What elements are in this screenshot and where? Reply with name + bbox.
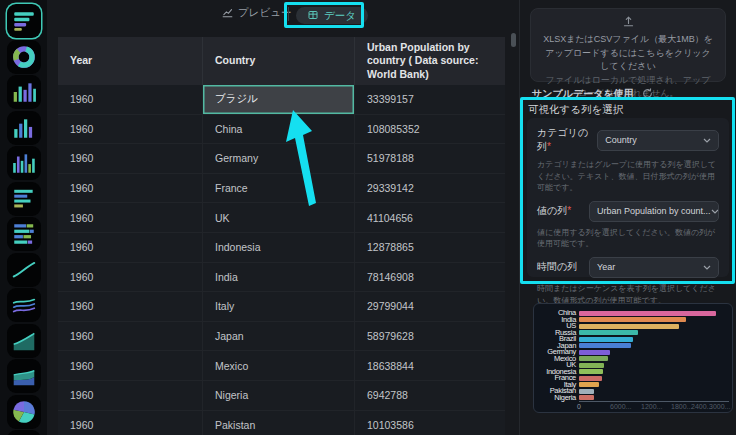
chevron-down-icon bbox=[703, 262, 711, 272]
vertical-scrollbar bbox=[511, 30, 516, 430]
table-cell[interactable]: 12878865 bbox=[355, 233, 505, 262]
table-cell[interactable]: India bbox=[203, 263, 355, 292]
sidebar-item-column-chart-3[interactable] bbox=[7, 146, 41, 180]
table-cell[interactable]: 1960 bbox=[58, 174, 203, 203]
table-cell[interactable]: 41104656 bbox=[355, 203, 505, 232]
sidebar-item-donut-chart[interactable] bbox=[7, 40, 41, 74]
table-cell[interactable]: 1960 bbox=[58, 263, 203, 292]
upload-dropzone[interactable]: XLSXまたはCSVファイル（最大1MB）をアップロードするにはこちらをクリック… bbox=[530, 8, 726, 82]
table-cell[interactable]: 51978188 bbox=[355, 144, 505, 173]
chart-bar bbox=[579, 343, 631, 348]
stacked-bar-chart-icon bbox=[11, 221, 37, 247]
table-cell[interactable]: 10103586 bbox=[355, 411, 505, 435]
stacked-area-chart-icon bbox=[11, 363, 37, 389]
table-cell[interactable]: 78146908 bbox=[355, 263, 505, 292]
table-cell[interactable]: 18638844 bbox=[355, 351, 505, 380]
refresh-icon[interactable] bbox=[642, 85, 653, 103]
sidebar-item-area-chart[interactable] bbox=[7, 324, 41, 358]
header-cell-year[interactable]: Year bbox=[58, 37, 203, 85]
data-table: Year Country Urban Population by country… bbox=[58, 37, 505, 435]
table-cell[interactable]: 1960 bbox=[58, 381, 203, 410]
table-header-row: Year Country Urban Population by country… bbox=[58, 37, 505, 85]
table-cell[interactable]: 1960 bbox=[58, 233, 203, 262]
sidebar-item-multi-line-chart[interactable] bbox=[7, 288, 41, 322]
column-chart-3-icon bbox=[11, 150, 37, 176]
table-cell[interactable]: 1960 bbox=[58, 144, 203, 173]
table-cell[interactable]: 29339142 bbox=[355, 174, 505, 203]
category-select[interactable]: Country bbox=[597, 130, 719, 151]
sidebar-item-column-chart[interactable] bbox=[7, 75, 41, 109]
table-cell[interactable]: 6942788 bbox=[355, 381, 505, 410]
chart-type-sidebar bbox=[0, 0, 47, 435]
tick-label: 3000... bbox=[709, 403, 730, 410]
sidebar-item-line-chart[interactable] bbox=[7, 253, 41, 287]
line-chart-icon bbox=[11, 257, 37, 283]
field-help: 値に使用する列を選択してください。数値の列が使用可能です。 bbox=[537, 227, 719, 250]
tick-label: 0 bbox=[577, 403, 581, 410]
table-cell[interactable]: Indonesia bbox=[203, 233, 355, 262]
table-cell[interactable]: Nigeria bbox=[203, 381, 355, 410]
tab-preview[interactable]: プレビュー bbox=[222, 6, 291, 20]
required-asterisk: * bbox=[567, 205, 571, 216]
sample-data-link[interactable]: サンプルデータを使用 bbox=[532, 87, 634, 101]
table-row: 1960Germany51978188 bbox=[58, 144, 505, 174]
table-cell[interactable]: 1960 bbox=[58, 85, 203, 114]
chart-bar bbox=[579, 369, 603, 374]
table-cell[interactable]: 1960 bbox=[58, 411, 203, 435]
line-chart-icon bbox=[222, 7, 233, 20]
field-label: カテゴリの列* bbox=[537, 126, 597, 154]
chart-bar bbox=[579, 395, 594, 400]
table-row: 1960UK41104656 bbox=[58, 203, 505, 233]
sidebar-item-pie-chart[interactable] bbox=[7, 395, 41, 429]
value-select[interactable]: Urban Population by count... bbox=[589, 201, 719, 222]
table-cell[interactable]: France bbox=[203, 174, 355, 203]
field-label: 時間の列 bbox=[537, 260, 577, 274]
table-row: 1960Japan58979628 bbox=[58, 322, 505, 352]
scrollbar-thumb[interactable] bbox=[511, 33, 516, 47]
tab-data[interactable]: データ bbox=[296, 7, 368, 24]
chart-bar bbox=[579, 330, 638, 335]
table-cell[interactable]: Pakistan bbox=[203, 411, 355, 435]
table-cell[interactable]: Germany bbox=[203, 144, 355, 173]
tab-preview-label: プレビュー bbox=[238, 6, 291, 20]
table-row: 1960China108085352 bbox=[58, 115, 505, 145]
sidebar-item-stacked-area-chart[interactable] bbox=[7, 359, 41, 393]
table-row: 1960Pakistan10103586 bbox=[58, 411, 505, 435]
table-cell[interactable]: China bbox=[203, 115, 355, 144]
table-cell[interactable]: 1960 bbox=[58, 351, 203, 380]
sidebar-item-bar-chart-horizontal[interactable] bbox=[7, 4, 41, 38]
table-cell[interactable]: UK bbox=[203, 203, 355, 232]
table-cell[interactable]: 1960 bbox=[58, 292, 203, 321]
time-select[interactable]: Year bbox=[589, 257, 719, 278]
table-cell[interactable]: 1960 bbox=[58, 322, 203, 351]
table-row: 1960France29339142 bbox=[58, 174, 505, 204]
column-chart-icon bbox=[11, 79, 37, 105]
chart-bar bbox=[579, 324, 679, 329]
table-cell[interactable]: 1960 bbox=[58, 203, 203, 232]
sidebar-item-stacked-bar-chart[interactable] bbox=[7, 217, 41, 251]
chart-bar-label: Nigeria bbox=[534, 395, 579, 402]
sidebar-item-donut-chart-2[interactable] bbox=[7, 430, 41, 435]
tick-label: 1200... bbox=[641, 403, 662, 410]
header-cell-country[interactable]: Country bbox=[203, 37, 355, 85]
chart-x-axis bbox=[579, 401, 729, 402]
chart-bar bbox=[579, 382, 599, 387]
selected-cell[interactable]: ブラジル bbox=[203, 85, 355, 114]
sidebar-item-bar-chart-h-2[interactable] bbox=[7, 182, 41, 216]
bar-chart-h-2-icon bbox=[11, 186, 37, 212]
chart-bar bbox=[579, 337, 633, 342]
mini-chart-card: ChinaIndiaUSRussiaBrazilJapanGermanyMexi… bbox=[533, 303, 733, 413]
table-cell[interactable]: Japan bbox=[203, 322, 355, 351]
table-grid-icon bbox=[308, 10, 318, 22]
table-cell[interactable]: 108085352 bbox=[355, 115, 505, 144]
table-cell[interactable]: 33399157 bbox=[355, 85, 505, 114]
table-cell[interactable]: 1960 bbox=[58, 115, 203, 144]
table-cell[interactable]: 29799044 bbox=[355, 292, 505, 321]
header-cell-value[interactable]: Urban Population by country ( Data sourc… bbox=[355, 37, 505, 85]
table-cell[interactable]: Mexico bbox=[203, 351, 355, 380]
table-cell[interactable]: Italy bbox=[203, 292, 355, 321]
table-cell[interactable]: 58979628 bbox=[355, 322, 505, 351]
sidebar-item-column-chart-2[interactable] bbox=[7, 111, 41, 145]
mini-chart-plot: ChinaIndiaUSRussiaBrazilJapanGermanyMexi… bbox=[534, 310, 732, 401]
column-chart-2-icon bbox=[11, 115, 37, 141]
